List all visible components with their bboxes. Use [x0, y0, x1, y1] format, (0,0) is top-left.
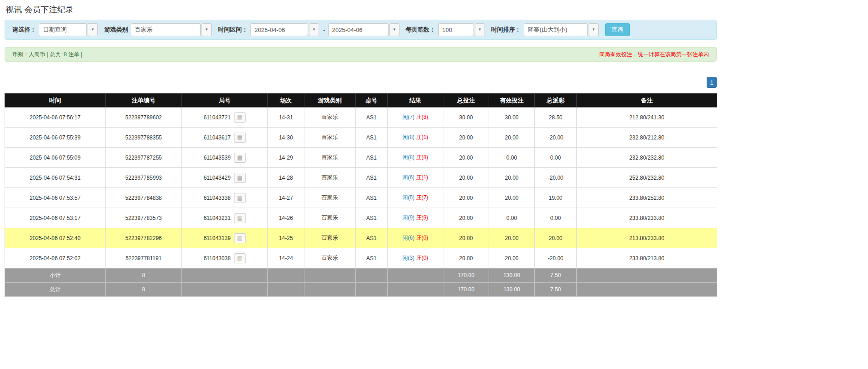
cell-total-bet[interactable]: 20.00	[443, 228, 489, 248]
cell-bet-id: 522397787255	[106, 148, 182, 168]
view-cards-button[interactable]: ▦	[234, 253, 246, 263]
cell-game-type: 百家乐	[304, 148, 356, 168]
player-result: 闲(3)	[402, 255, 415, 261]
cell-remark: 233.80/213.80	[577, 248, 717, 268]
cards-icon: ▦	[237, 134, 242, 140]
query-type-dropdown-button[interactable]: ▼	[88, 23, 98, 36]
date-from-dropdown-button[interactable]: ▼	[309, 23, 319, 36]
date-to-dropdown-button[interactable]: ▼	[389, 23, 399, 36]
cell-valid-bet: 20.00	[489, 248, 535, 268]
cell-session: 14-28	[268, 168, 304, 188]
cell-total-bet[interactable]: 20.00	[443, 148, 489, 168]
player-result: 闲(5)	[402, 194, 415, 201]
view-cards-button[interactable]: ▦	[234, 213, 246, 223]
chevron-down-icon: ▼	[393, 28, 396, 32]
banker-result: 庄(8)	[416, 154, 428, 160]
page-size-combobox: ▼	[438, 23, 485, 36]
page-1-button[interactable]: 1	[707, 77, 717, 88]
cards-icon: ▦	[237, 235, 242, 241]
cards-icon: ▦	[237, 255, 242, 261]
footer-empty-cell	[268, 283, 304, 297]
footer-empty-cell	[388, 268, 443, 283]
date-from-input[interactable]	[250, 23, 308, 36]
game-type-dropdown-button[interactable]: ▼	[202, 23, 212, 36]
pagination: 1	[5, 77, 717, 88]
subtotal-count: 8	[106, 268, 182, 283]
query-type-combobox: ▼	[39, 23, 98, 36]
banker-result: 庄(0)	[416, 255, 428, 261]
cell-result: 闲(6) 庄(0)	[388, 228, 443, 248]
view-cards-button[interactable]: ▦	[234, 233, 246, 243]
round-id-text: 611043617	[203, 134, 230, 141]
subtotal-valid-bet: 130.00	[489, 268, 535, 283]
view-cards-button[interactable]: ▦	[234, 112, 246, 123]
cell-result: 闲(5) 庄(7)	[388, 188, 443, 208]
chevron-down-icon: ▼	[478, 28, 482, 32]
total-valid-bet: 130.00	[489, 283, 535, 297]
cell-result: 闲(6) 庄(1)	[388, 168, 443, 188]
cell-session: 14-27	[268, 188, 304, 208]
player-result: 闲(8)	[402, 154, 415, 160]
round-id-text: 611043429	[203, 175, 230, 181]
page-title: 视讯 会员下注纪录	[5, 0, 717, 20]
banker-result: 庄(9)	[416, 214, 428, 221]
view-cards-button[interactable]: ▦	[234, 153, 246, 163]
view-cards-button[interactable]: ▦	[234, 173, 246, 183]
cell-table-no: AS1	[356, 208, 388, 228]
round-id-text: 611043721	[203, 114, 230, 121]
total-count: 8	[106, 283, 182, 297]
chevron-down-icon: ▼	[205, 28, 208, 32]
game-type-label: 游戏类别	[104, 26, 128, 34]
cards-icon: ▦	[237, 215, 242, 221]
cell-session: 14-31	[268, 107, 304, 128]
footer-empty-cell	[182, 268, 268, 283]
date-from-combobox: ▼	[250, 23, 319, 36]
cell-total-bet[interactable]: 20.00	[443, 248, 489, 268]
game-type-input[interactable]	[131, 23, 201, 36]
cell-total-bet[interactable]: 20.00	[443, 128, 489, 148]
cell-session: 14-29	[268, 148, 304, 168]
view-cards-button[interactable]: ▦	[234, 193, 246, 203]
sort-order-input[interactable]	[524, 23, 588, 36]
round-id-text: 611043231	[203, 215, 230, 221]
cell-session: 14-24	[268, 248, 304, 268]
cell-total-bet[interactable]: 30.00	[443, 107, 489, 128]
cards-icon: ▦	[237, 175, 242, 181]
cell-total-bet[interactable]: 20.00	[443, 188, 489, 208]
cell-game-type: 百家乐	[304, 168, 356, 188]
query-type-input[interactable]	[39, 23, 87, 36]
cell-table-no: AS1	[356, 168, 388, 188]
cell-total-bet[interactable]: 20.00	[443, 208, 489, 228]
page-size-dropdown-button[interactable]: ▼	[475, 23, 485, 36]
search-button[interactable]: 查询	[605, 23, 630, 36]
table-row: 2025-04-06 07:52:02522397781191611043038…	[5, 248, 717, 268]
footer-empty-cell	[356, 268, 388, 283]
total-row: 总计 8 170.00 130.00 7.50	[5, 283, 717, 297]
cell-round-id: 611043429▦	[182, 168, 268, 188]
footer-empty-cell	[182, 283, 268, 297]
page-size-input[interactable]	[438, 23, 474, 36]
player-result: 闲(6)	[402, 235, 415, 241]
cell-remark: 233.80/252.80	[577, 188, 717, 208]
cell-table-no: AS1	[356, 148, 388, 168]
header-result: 结果	[388, 94, 443, 107]
header-remark: 备注	[577, 94, 717, 107]
round-id-text: 611043539	[203, 155, 230, 161]
cell-round-id: 611043338▦	[182, 188, 268, 208]
banker-result: 庄(7)	[416, 194, 428, 201]
cell-total-bet[interactable]: 20.00	[443, 168, 489, 188]
sort-order-dropdown-button[interactable]: ▼	[589, 23, 599, 36]
view-cards-button[interactable]: ▦	[234, 133, 246, 143]
cell-round-id: 611043231▦	[182, 208, 268, 228]
date-to-input[interactable]	[328, 23, 389, 36]
page-size-label: 每页笔数：	[406, 26, 436, 34]
footer-empty-cell	[577, 268, 717, 283]
chevron-down-icon: ▼	[91, 28, 95, 32]
cell-bet-id: 522397785993	[106, 168, 182, 188]
cell-result: 闲(3) 庄(0)	[388, 248, 443, 268]
cell-valid-bet: 30.00	[489, 107, 535, 128]
cell-time: 2025-04-06 07:56:17	[5, 107, 106, 128]
header-payout: 总派彩	[535, 94, 577, 107]
cell-result: 闲(7) 庄(8)	[388, 107, 443, 128]
footer-empty-cell	[304, 268, 356, 283]
